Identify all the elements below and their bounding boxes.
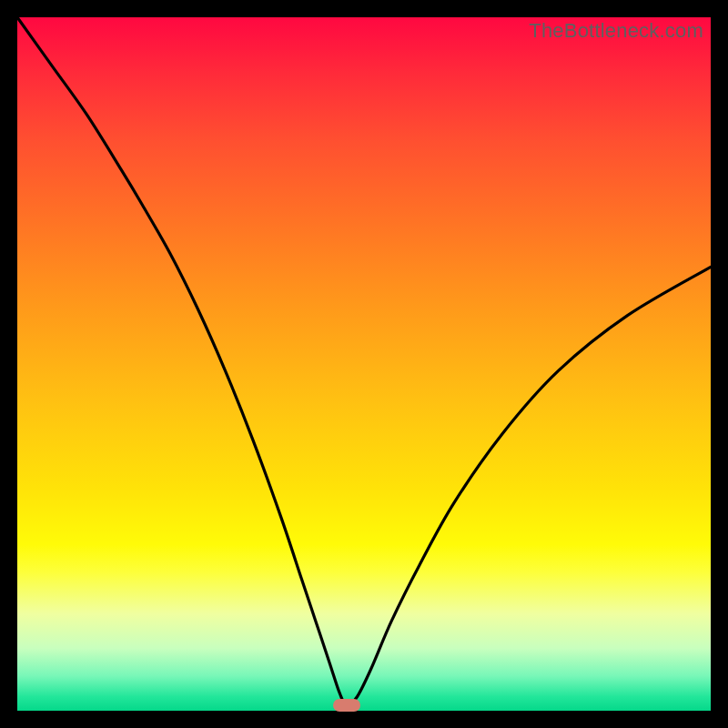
chart-frame: TheBottleneck.com xyxy=(0,0,728,728)
plot-area: TheBottleneck.com xyxy=(17,17,711,711)
bottleneck-curve xyxy=(17,17,711,711)
